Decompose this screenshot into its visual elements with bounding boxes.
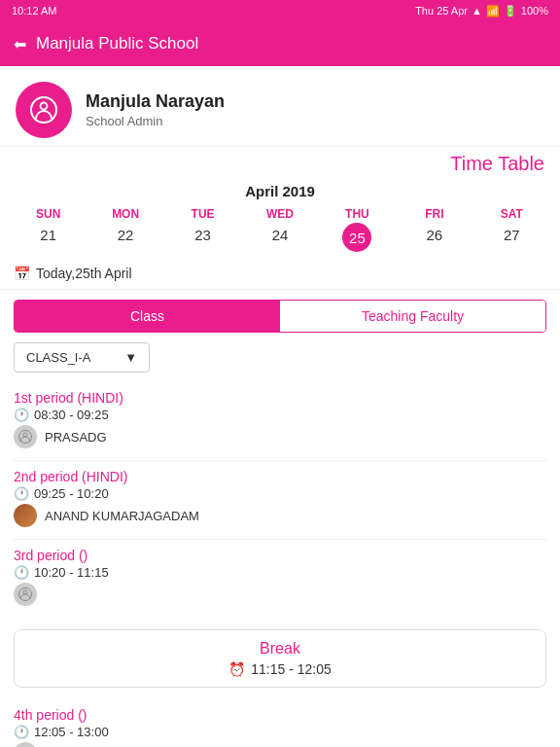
period-3: 3rd period () 🕐 10:20 - 11:15 bbox=[0, 540, 560, 618]
period-4-header: 4th period () bbox=[14, 707, 546, 723]
day-thu: THU bbox=[319, 205, 396, 223]
break-time: ⏰ 11:15 - 12:05 bbox=[24, 661, 536, 677]
clock-icon-3: 🕐 bbox=[14, 565, 29, 580]
svg-point-3 bbox=[23, 433, 27, 437]
profile-name: Manjula Narayan bbox=[86, 91, 225, 112]
tabs: Class Teaching Faculty bbox=[14, 300, 546, 333]
svg-point-1 bbox=[41, 103, 48, 110]
period-1-teacher: PRASADG bbox=[14, 425, 546, 456]
period-4-teacher bbox=[14, 742, 546, 747]
day-fri: FRI bbox=[396, 205, 472, 223]
top-nav: ⬅ Manjula Public School bbox=[0, 21, 560, 66]
teacher-avatar-4 bbox=[14, 742, 37, 747]
calendar-section: April 2019 SUN MON TUE WED THU FRI SAT 2… bbox=[0, 177, 560, 260]
period-3-teacher bbox=[14, 583, 546, 614]
calendar-grid: SUN MON TUE WED THU FRI SAT 21 22 23 24 … bbox=[10, 205, 550, 252]
period-2-header: 2nd period (HINDI) bbox=[14, 469, 546, 484]
day-sat: SAT bbox=[473, 205, 550, 223]
back-icon[interactable]: ⬅ bbox=[14, 35, 26, 53]
status-right: Thu 25 Apr ▲ 📶 🔋 100% bbox=[415, 5, 548, 18]
day-mon: MON bbox=[87, 205, 163, 223]
tab-class[interactable]: Class bbox=[15, 301, 280, 332]
period-1-time: 🕐 08:30 - 09:25 bbox=[14, 408, 546, 422]
class-dropdown[interactable]: CLASS_I-A ▼ bbox=[14, 342, 150, 373]
wifi-icon: 📶 bbox=[486, 5, 500, 18]
teacher-avatar-1 bbox=[14, 425, 37, 448]
calendar-icon: 📅 bbox=[14, 266, 30, 281]
battery-icon: 🔋 bbox=[504, 5, 517, 18]
period-3-time: 🕐 10:20 - 11:15 bbox=[14, 565, 546, 580]
signal-icon: ▲ bbox=[472, 5, 482, 17]
class-selector: CLASS_I-A ▼ bbox=[14, 342, 546, 373]
day-wed: WED bbox=[241, 205, 318, 223]
profile-section: Manjula Narayan School Admin bbox=[0, 66, 560, 147]
chevron-down-icon: ▼ bbox=[124, 350, 137, 365]
day-sun: SUN bbox=[10, 205, 87, 223]
class-dropdown-value: CLASS_I-A bbox=[26, 350, 90, 365]
date-21[interactable]: 21 bbox=[10, 223, 87, 252]
date-26[interactable]: 26 bbox=[396, 223, 472, 252]
alarm-icon: ⏰ bbox=[228, 661, 245, 677]
period-1: 1st period (HINDI) 🕐 08:30 - 09:25 PRASA… bbox=[0, 382, 560, 460]
teacher-avatar-3 bbox=[14, 583, 37, 606]
date-24[interactable]: 24 bbox=[241, 223, 318, 252]
date-27[interactable]: 27 bbox=[473, 223, 550, 252]
nav-title: Manjula Public School bbox=[36, 34, 198, 53]
today-label: 📅 Today,25th April bbox=[0, 260, 560, 290]
timetable-label: Time Table bbox=[0, 147, 560, 177]
profile-info: Manjula Narayan School Admin bbox=[86, 91, 225, 128]
status-bar: 10:12 AM Thu 25 Apr ▲ 📶 🔋 100% bbox=[0, 0, 560, 21]
battery-level: 100% bbox=[521, 5, 548, 17]
period-4: 4th period () 🕐 12:05 - 13:00 bbox=[0, 699, 560, 747]
status-date: Thu 25 Apr bbox=[415, 5, 468, 17]
date-22[interactable]: 22 bbox=[87, 223, 163, 252]
period-2-time: 🕐 09:25 - 10:20 bbox=[14, 486, 546, 501]
date-25-today[interactable]: 25 bbox=[342, 223, 371, 252]
avatar bbox=[16, 82, 72, 138]
period-1-header: 1st period (HINDI) bbox=[14, 390, 546, 406]
calendar-month: April 2019 bbox=[10, 183, 550, 199]
svg-point-5 bbox=[23, 590, 27, 594]
teacher-avatar-2 bbox=[14, 504, 37, 527]
period-3-header: 3rd period () bbox=[14, 548, 546, 563]
tab-teaching[interactable]: Teaching Faculty bbox=[280, 301, 545, 332]
clock-icon-1: 🕐 bbox=[14, 408, 29, 422]
profile-role: School Admin bbox=[86, 114, 225, 128]
clock-icon-4: 🕐 bbox=[14, 725, 29, 739]
day-tue: TUE bbox=[164, 205, 241, 223]
period-4-time: 🕐 12:05 - 13:00 bbox=[14, 725, 546, 739]
break-title: Break bbox=[24, 640, 536, 658]
period-2: 2nd period (HINDI) 🕐 09:25 - 10:20 ANAND… bbox=[0, 461, 560, 539]
break-box: Break ⏰ 11:15 - 12:05 bbox=[14, 629, 546, 688]
date-23[interactable]: 23 bbox=[164, 223, 241, 252]
period-2-teacher: ANAND KUMARJAGADAM bbox=[14, 504, 546, 535]
clock-icon-2: 🕐 bbox=[14, 486, 29, 501]
status-time: 10:12 AM bbox=[12, 5, 56, 17]
